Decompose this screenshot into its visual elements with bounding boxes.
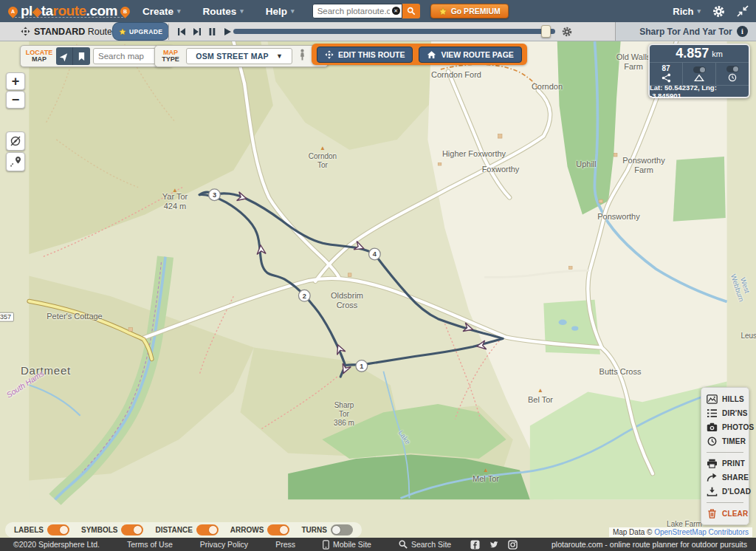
chevron-down-icon: ▾ — [177, 7, 181, 15]
play-button[interactable] — [223, 27, 232, 36]
menu-create[interactable]: Create▾ — [142, 6, 181, 17]
svg-text:4: 4 — [373, 250, 377, 258]
edit-this-route-button[interactable]: EDIT THIS ROUTE — [317, 47, 413, 63]
chevron-down-icon: ▾ — [697, 7, 701, 15]
planner-toolbar: STANDARD Route Planner UPGRADE Sharp Tor… — [0, 22, 756, 41]
privacy-link[interactable]: Privacy Policy — [200, 540, 248, 549]
collapse-fullscreen-icon[interactable] — [737, 5, 749, 17]
display-toggles-bar: LABELSSYMBOLSDISTANCEARROWSTURNS — [5, 522, 362, 538]
latlng-readout: Lat: 50.542372, Lng: -3.845901 — [650, 85, 749, 97]
disable-snap-button[interactable] — [6, 131, 25, 151]
divider — [707, 502, 743, 503]
tool-share-button[interactable]: SHARE — [701, 470, 749, 485]
waypoint-marker-3[interactable]: 3 — [209, 189, 221, 201]
route-progress-slider — [233, 22, 555, 41]
tool-label: TIMER — [722, 437, 746, 445]
star-icon — [119, 28, 126, 35]
terms-link[interactable]: Terms of Use — [127, 540, 173, 549]
facebook-icon[interactable] — [470, 540, 480, 550]
mini-toggle-off[interactable] — [726, 66, 739, 72]
svg-text:1: 1 — [360, 363, 363, 370]
user-menu[interactable]: Rich▾ — [673, 6, 701, 17]
footer-link-label: Privacy Policy — [200, 540, 248, 549]
tool-label: CLEAR — [722, 510, 748, 518]
view-route-page-button[interactable]: VIEW ROUTE PAGE — [419, 47, 521, 63]
toggle-switch[interactable] — [47, 524, 69, 535]
pin-route-icon — [10, 156, 21, 168]
tool-clear-button[interactable]: CLEAR — [701, 507, 749, 521]
tool-dirns-button[interactable]: DIR'NS — [701, 406, 749, 420]
tool-hills-button[interactable]: HILLS — [701, 392, 749, 406]
slider-track[interactable] — [233, 29, 555, 34]
tool-photos-button[interactable]: PHOTOS — [701, 420, 749, 434]
site-search-input[interactable] — [312, 4, 402, 18]
map-viewport[interactable]: 1234 ▲Yar Tor 424 m▲Corndon TorCorndon F… — [0, 41, 756, 538]
navigation-arrow-icon — [60, 52, 69, 61]
saved-places-button[interactable] — [73, 47, 90, 65]
toggle-arrows[interactable]: ARROWS — [230, 524, 290, 535]
toggle-switch[interactable] — [121, 524, 143, 535]
diamond-icon: ◈ — [32, 5, 41, 18]
waypoint-marker-2[interactable]: 2 — [298, 290, 310, 301]
map-type-label: MAPTYPE — [158, 49, 183, 64]
tool-print-button[interactable]: PRINT — [701, 456, 749, 470]
timer-toggle-cell[interactable] — [716, 63, 749, 85]
locate-map-label: LOCATEMAP — [24, 49, 55, 64]
clear-search-icon[interactable]: ✕ — [392, 7, 400, 15]
waypoint-marker-4[interactable]: 4 — [369, 248, 381, 260]
route-distance: 4.857km — [650, 45, 749, 63]
site-search: ✕ — [312, 4, 420, 18]
mini-toggle-off[interactable] — [693, 66, 706, 73]
zoom-in-button[interactable]: + — [6, 72, 25, 90]
waypoint-marker-1[interactable]: 1 — [356, 360, 368, 372]
measure-route-button[interactable] — [6, 152, 25, 171]
streetview-pegman-icon[interactable] — [298, 49, 306, 64]
chevron-down-icon: ▾ — [240, 7, 244, 15]
twitter-icon[interactable] — [489, 540, 499, 549]
tool-label: DIR'NS — [722, 409, 748, 417]
playback-settings-gear-icon[interactable] — [561, 22, 573, 41]
pause-button[interactable] — [208, 27, 216, 36]
hills-toggle-cell[interactable] — [683, 63, 716, 85]
toggle-turns[interactable]: TURNS — [301, 524, 352, 535]
menu-routes[interactable]: Routes▾ — [203, 6, 244, 17]
menu-help[interactable]: Help▾ — [266, 6, 295, 17]
toggle-switch[interactable] — [331, 524, 353, 535]
waypoint-count-cell[interactable]: 87 — [650, 63, 683, 85]
route-end-pin-icon: B — [118, 4, 131, 18]
search-site-link[interactable]: Search Site — [399, 540, 451, 549]
bookmark-icon — [78, 52, 86, 61]
locate-map-group: LOCATEMAP ✕ — [20, 45, 173, 67]
route-planner-icon — [21, 22, 30, 41]
locate-me-button[interactable] — [56, 47, 73, 65]
toggle-labels[interactable]: LABELS — [14, 524, 69, 535]
mobile-site-link[interactable]: Mobile Site — [323, 540, 371, 550]
skip-end-button[interactable] — [193, 27, 202, 36]
map-canvas[interactable]: 1234 — [0, 41, 756, 538]
toggle-symbols[interactable]: SYMBOLS — [81, 524, 143, 535]
route-info-icon[interactable]: i — [737, 26, 748, 37]
search-icon — [407, 7, 416, 16]
tool-dload-button[interactable]: D'LOAD — [701, 485, 749, 499]
toggle-switch[interactable] — [196, 524, 219, 535]
toggle-label: LABELS — [14, 526, 44, 534]
toggle-switch[interactable] — [267, 524, 289, 535]
map-type-select[interactable]: OSM STREET MAP▼ — [186, 48, 292, 64]
go-premium-button[interactable]: Go PREMIUM — [430, 4, 509, 18]
press-link[interactable]: Press — [275, 540, 295, 549]
site-search-button[interactable] — [402, 4, 420, 18]
slider-handle[interactable] — [541, 25, 551, 38]
toggle-label: DISTANCE — [155, 526, 192, 534]
zoom-out-button[interactable]: − — [6, 91, 25, 109]
skip-start-button[interactable] — [177, 27, 186, 36]
toggle-distance[interactable]: DISTANCE — [155, 524, 218, 535]
divider — [707, 452, 743, 453]
plotaroute-logo[interactable]: A pl◈taroute.com B — [7, 3, 131, 19]
footer-link-label: Search Site — [411, 540, 451, 549]
settings-gear-icon[interactable] — [712, 4, 726, 18]
openstreetmap-link[interactable]: OpenStreetMap Contributors — [654, 528, 749, 536]
instagram-icon[interactable] — [508, 540, 518, 550]
upgrade-button[interactable]: UPGRADE — [112, 22, 169, 41]
tool-timer-button[interactable]: TIMER — [701, 434, 749, 448]
svg-text:3: 3 — [213, 191, 216, 199]
